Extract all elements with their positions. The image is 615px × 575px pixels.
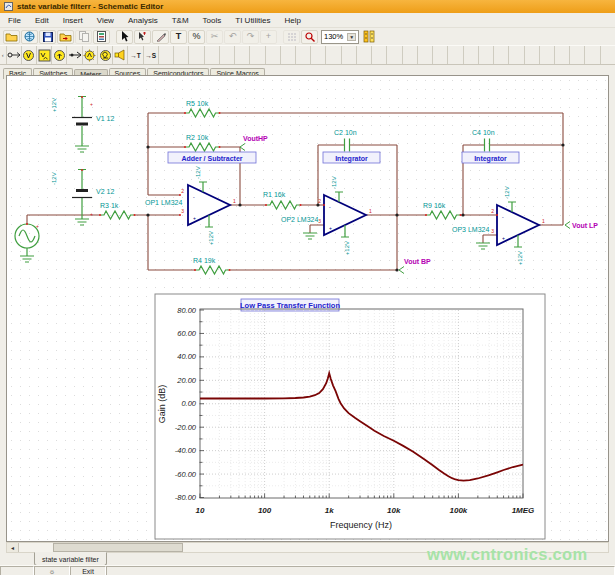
- s-output-component[interactable]: →S: [143, 46, 158, 64]
- chevron-down-icon: ▼: [347, 33, 356, 41]
- menu-insert[interactable]: Insert: [63, 16, 83, 25]
- scroll-left-button[interactable]: ◂: [7, 543, 19, 552]
- palette-empty-slot: [219, 46, 234, 64]
- net-label-voutbp[interactable]: Vout BP: [399, 258, 431, 274]
- y-tick-label: 40.00: [177, 352, 197, 361]
- battery-v1[interactable]: + V1 12 +12V: [51, 97, 114, 153]
- cursor-arrow-icon: [121, 31, 129, 42]
- scrollbar-thumb[interactable]: [53, 543, 183, 552]
- palette-empty-slot: [508, 46, 523, 64]
- scissors-icon: ✂: [211, 32, 219, 41]
- net-label-vouthp[interactable]: VoutHP: [240, 135, 268, 151]
- speaker-component[interactable]: [112, 46, 127, 64]
- globe-icon: [24, 31, 35, 42]
- schematic-canvas[interactable]: + V1 12 +12V + V2 12 -12V +: [6, 75, 609, 542]
- annotation-integrator1[interactable]: Integrator: [323, 152, 380, 163]
- palette-empty-slot: [371, 46, 386, 64]
- window-title: state variable filterr - Schematic Edito…: [17, 2, 163, 11]
- paste-icon: [97, 31, 106, 42]
- interactive-mode-icon: [363, 30, 375, 43]
- palette-empty-slot: [493, 46, 508, 64]
- add-button[interactable]: +: [260, 30, 277, 44]
- document-tab[interactable]: state variable filter: [34, 552, 107, 566]
- open-from-web-button[interactable]: [21, 30, 38, 44]
- palette-empty-slot: [463, 46, 478, 64]
- resistor-r5[interactable]: R5 10k: [185, 100, 220, 117]
- grid-toggle-button[interactable]: [283, 30, 300, 44]
- capacitor-c4[interactable]: C4 10n: [472, 129, 495, 152]
- last-component-button[interactable]: [134, 30, 151, 44]
- opamp-op1[interactable]: - + 2 3 1 OP1 LM324 -12V +12V: [145, 166, 236, 245]
- menu-tm[interactable]: T&M: [172, 16, 189, 25]
- t-output-component[interactable]: →T: [127, 46, 142, 64]
- op3-ninv-mark: +: [502, 235, 505, 241]
- palette-empty-slot: [447, 46, 462, 64]
- open-file-button[interactable]: [3, 30, 20, 44]
- volt-ammeter-component[interactable]: [36, 46, 51, 64]
- scale-tool-button[interactable]: %: [188, 30, 205, 44]
- opamp-op3[interactable]: - + 2 3 1 OP3 LM324 -12V +12V: [452, 186, 545, 265]
- redo-button[interactable]: ↷: [242, 30, 259, 44]
- bode-plot-window[interactable]: Low Pass Transfer Function 101001k10k100…: [155, 294, 545, 539]
- schematic-editor-window: state variable filterr - Schematic Edito…: [0, 0, 615, 575]
- import-button[interactable]: [57, 30, 74, 44]
- opamp-op2[interactable]: - + 2 3 1 OP2 LM324 -12V +12V: [281, 176, 372, 255]
- palette-empty-slot: [295, 46, 310, 64]
- pen-icon: [156, 32, 166, 42]
- r3-label: R3 1k: [100, 202, 119, 209]
- op3-pin2: 2: [491, 208, 494, 214]
- annotation-integrator2[interactable]: Integrator: [462, 152, 519, 163]
- y-tick-label: 60.00: [177, 329, 197, 338]
- net-label-voutlp[interactable]: Vout LP: [565, 222, 598, 230]
- resistor-r9[interactable]: R9 16k: [423, 202, 461, 219]
- voltage-pin-component[interactable]: [21, 46, 36, 64]
- menu-tools[interactable]: Tools: [203, 16, 222, 25]
- ohmmeter-component[interactable]: [97, 46, 112, 64]
- menu-file[interactable]: File: [8, 16, 21, 25]
- palette-empty-slot: [402, 46, 417, 64]
- menu-help[interactable]: Help: [284, 16, 300, 25]
- ammeter-component[interactable]: [51, 46, 66, 64]
- resistor-r2[interactable]: R2 10k: [185, 134, 220, 151]
- annotation-adder[interactable]: Adder / Subtracter: [168, 152, 256, 163]
- status-exit-cell: Exit: [70, 566, 106, 575]
- current-probe-component[interactable]: [66, 46, 81, 64]
- x-tick-label: 1k: [325, 506, 334, 515]
- text-tool-icon: T: [176, 32, 182, 41]
- interactive-mode-button[interactable]: [360, 30, 377, 44]
- power-meter-component[interactable]: [82, 46, 97, 64]
- y-tick-label: 0.00: [181, 399, 196, 408]
- capacitor-c2[interactable]: C2 10n: [334, 129, 357, 152]
- current-arrow-icon: [68, 49, 82, 61]
- select-tool-button[interactable]: [116, 30, 133, 44]
- palette-empty-slot: [569, 46, 584, 64]
- zoom-tool-button[interactable]: [301, 30, 318, 44]
- menu-analysis[interactable]: Analysis: [128, 16, 158, 25]
- v2-node-label: -12V: [51, 172, 57, 185]
- status-exit-label: Exit: [82, 568, 94, 575]
- wire-tool-button[interactable]: [152, 30, 169, 44]
- resistor-r3[interactable]: R3 1k: [100, 202, 135, 219]
- palette-empty-slot: [249, 46, 264, 64]
- text-tool-button[interactable]: T: [170, 30, 187, 44]
- op1-ninv-mark: +: [193, 215, 196, 221]
- palette-empty-slot: [204, 46, 219, 64]
- cut-button[interactable]: ✂: [206, 30, 223, 44]
- save-button[interactable]: [39, 30, 56, 44]
- palette-empty-slot: [341, 46, 356, 64]
- signal-source-vg1[interactable]: +: [15, 215, 39, 262]
- x-tick-label: 100: [258, 506, 272, 515]
- probe-component[interactable]: [6, 46, 21, 64]
- grid-icon: [287, 32, 297, 42]
- resistor-r4[interactable]: R4 19k: [193, 257, 230, 274]
- menu-view[interactable]: View: [97, 16, 114, 25]
- resistor-r1[interactable]: R1 16k: [263, 191, 301, 209]
- menu-ti-utilities[interactable]: TI Utilities: [235, 16, 270, 25]
- undo-button[interactable]: ↶: [224, 30, 241, 44]
- zoom-level-select[interactable]: 130% ▼: [321, 30, 359, 44]
- palette-empty-slot: [432, 46, 447, 64]
- menu-edit[interactable]: Edit: [35, 16, 49, 25]
- paste-button[interactable]: [93, 30, 110, 44]
- battery-v2[interactable]: + V2 12 -12V: [51, 170, 114, 226]
- copy-button[interactable]: [75, 30, 92, 44]
